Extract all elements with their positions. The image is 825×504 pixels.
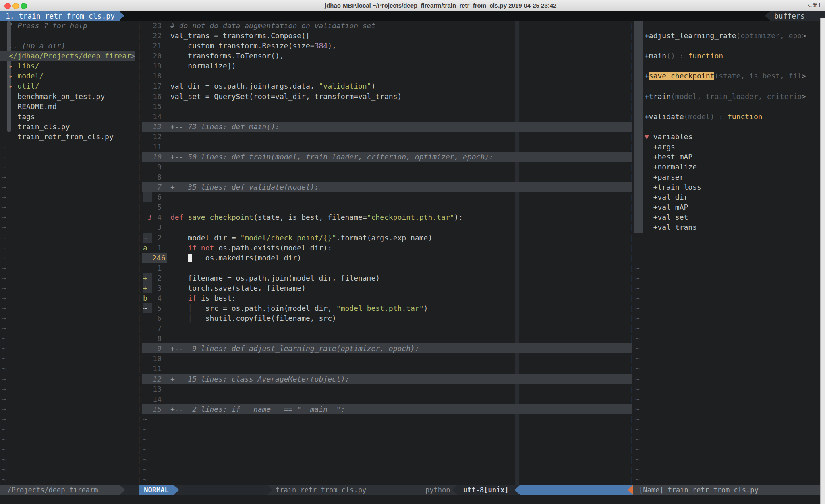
tree-item[interactable]: ~ bbox=[0, 293, 135, 303]
code-line[interactable]: 17val_dir = os.path.join(args.data, "val… bbox=[142, 81, 632, 91]
tag-entry[interactable]: +val_set bbox=[634, 212, 820, 222]
code-line[interactable]: 246 os.makedirs(model_dir) bbox=[142, 253, 632, 263]
tag-entry[interactable]: +normalize bbox=[634, 162, 820, 172]
tree-item[interactable] bbox=[0, 31, 135, 41]
code-line[interactable]: 13+-- 73 lines: def main(): bbox=[142, 122, 632, 132]
code-line[interactable]: ~ bbox=[142, 414, 632, 424]
tag-entry[interactable]: ~ bbox=[634, 253, 820, 263]
tree-item[interactable]: .. (up a dir) bbox=[0, 41, 135, 51]
tag-entry[interactable]: +val_trans bbox=[634, 222, 820, 232]
tree-item[interactable]: ~ bbox=[0, 243, 135, 253]
tree-item[interactable]: ~ bbox=[0, 424, 135, 434]
tag-entry[interactable]: +main() : function bbox=[634, 51, 820, 61]
code-line[interactable]: ~2 model_dir = "model/check_point/{}".fo… bbox=[142, 233, 632, 243]
code-line[interactable]: ~5 │ src = os.path.join(model_dir, "mode… bbox=[142, 303, 632, 313]
tree-item[interactable]: ~ bbox=[0, 475, 135, 485]
tag-entry[interactable]: +adjust_learning_rate(optimizer, epo> bbox=[634, 31, 820, 41]
code-line[interactable]: +3 torch.save(state, filename) bbox=[142, 283, 632, 293]
tag-entry[interactable]: +best_mAP bbox=[634, 152, 820, 162]
code-line[interactable]: 6 │ shutil.copyfile(filename, src) bbox=[142, 313, 632, 323]
code-line[interactable]: 5 bbox=[142, 202, 632, 212]
tag-entry[interactable]: ~ bbox=[634, 313, 820, 323]
code-line[interactable]: 13 bbox=[142, 384, 632, 394]
tree-item[interactable]: ~ bbox=[0, 253, 135, 263]
code-line[interactable]: 12+-- 15 lines: class AverageMeter(objec… bbox=[142, 374, 632, 384]
tag-entry[interactable]: +validate(model) : function bbox=[634, 112, 820, 122]
tag-entry[interactable]: ~ bbox=[634, 323, 820, 333]
tag-entry[interactable]: ~ bbox=[634, 303, 820, 313]
tag-entry[interactable] bbox=[634, 61, 820, 71]
code-line[interactable]: 8 bbox=[142, 172, 632, 182]
code-line[interactable]: 11 bbox=[142, 142, 632, 152]
tree-item[interactable]: ~ bbox=[0, 313, 135, 323]
tag-entry[interactable]: ~ bbox=[634, 353, 820, 364]
tree-item[interactable]: ~ bbox=[0, 303, 135, 313]
tree-item[interactable]: ~ bbox=[0, 182, 135, 192]
tree-item[interactable]: ~ bbox=[0, 192, 135, 202]
tag-entry[interactable]: ~ bbox=[634, 233, 820, 243]
tree-item[interactable]: ~ bbox=[0, 273, 135, 283]
code-line[interactable]: 14 bbox=[142, 394, 632, 404]
buffers-label[interactable]: buffers bbox=[774, 11, 805, 21]
tree-item[interactable]: ~ bbox=[0, 394, 135, 404]
tree-item[interactable]: ~ bbox=[0, 202, 135, 212]
tag-entry[interactable]: +save_checkpoint(state, is_best, fil> bbox=[634, 71, 820, 81]
code-line[interactable]: 19 normalize]) bbox=[142, 61, 632, 71]
tree-item[interactable]: ~ bbox=[0, 414, 135, 424]
minimize-button[interactable] bbox=[12, 3, 19, 9]
tag-entry[interactable]: ~ bbox=[634, 374, 820, 384]
tree-item[interactable]: ▸ util/ bbox=[0, 81, 135, 91]
tag-entry[interactable]: ~ bbox=[634, 434, 820, 444]
tree-item[interactable]: ~ bbox=[0, 384, 135, 394]
tree-item[interactable]: ~ bbox=[0, 283, 135, 293]
tag-entry[interactable]: +train_loss bbox=[634, 182, 820, 192]
tree-item[interactable]: benchmark_on_test.py bbox=[0, 91, 135, 101]
tag-entry[interactable]: ~ bbox=[634, 273, 820, 283]
window-separator-left[interactable]: ||||||||||||||||||||||||||||||||||||||||… bbox=[137, 21, 141, 485]
tree-item[interactable]: ~ bbox=[0, 323, 135, 333]
tree-item[interactable]: ~ bbox=[0, 434, 135, 444]
tag-entry[interactable]: ~ bbox=[634, 414, 820, 424]
tag-entry[interactable]: ~ bbox=[634, 243, 820, 253]
tag-entry[interactable]: ~ bbox=[634, 384, 820, 394]
code-line[interactable]: b4 if is_best: bbox=[142, 293, 632, 303]
tag-entry[interactable]: +val_mAP bbox=[634, 202, 820, 212]
tag-entry[interactable] bbox=[634, 81, 820, 91]
tree-item[interactable]: README.md bbox=[0, 101, 135, 112]
tag-entry[interactable]: ~ bbox=[634, 465, 820, 475]
code-line[interactable]: 14 bbox=[142, 112, 632, 122]
code-line[interactable]: +2 filename = os.path.join(model_dir, fi… bbox=[142, 273, 632, 283]
tag-entry[interactable]: ~ bbox=[634, 394, 820, 404]
window-separator-right[interactable]: ||||||||||||||||||||||||||||||||||||||||… bbox=[630, 21, 634, 485]
tree-item[interactable]: ~ bbox=[0, 404, 135, 414]
code-line[interactable]: 15 bbox=[142, 101, 632, 112]
tag-entry[interactable]: ~ bbox=[634, 364, 820, 374]
code-line[interactable]: 8 bbox=[142, 333, 632, 343]
tag-entry[interactable]: +train(model, train_loader, criterio> bbox=[634, 91, 820, 101]
tree-item[interactable]: ~ bbox=[0, 152, 135, 162]
tree-item[interactable]: ~ bbox=[0, 222, 135, 232]
code-line[interactable]: ~ bbox=[142, 465, 632, 475]
tag-entry[interactable]: ~ bbox=[634, 424, 820, 434]
tag-entry[interactable]: +parser bbox=[634, 172, 820, 182]
tab-train-retr-from-cls[interactable]: 1. train_retr_from_cls.py bbox=[0, 11, 120, 21]
code-line[interactable]: ~ bbox=[142, 424, 632, 434]
tag-entry[interactable]: ~ bbox=[634, 263, 820, 273]
code-line[interactable]: 7 bbox=[142, 323, 632, 333]
tree-item[interactable]: ~ bbox=[0, 162, 135, 172]
code-line[interactable]: 3 bbox=[142, 222, 632, 232]
tree-item[interactable]: ~ bbox=[0, 353, 135, 364]
code-line[interactable]: a1 if not os.path.exists(model_dir): bbox=[142, 243, 632, 253]
code-line[interactable]: 7+-- 35 lines: def validate(model): bbox=[142, 182, 632, 192]
tree-item[interactable]: ~ bbox=[0, 263, 135, 273]
tag-entry[interactable]: ~ bbox=[634, 343, 820, 353]
tag-entry[interactable]: ~ bbox=[634, 283, 820, 293]
tag-entry[interactable]: ~ bbox=[634, 293, 820, 303]
tree-item[interactable]: ~ bbox=[0, 142, 135, 152]
code-line[interactable]: ~ bbox=[142, 454, 632, 465]
code-line[interactable]: 1 bbox=[142, 263, 632, 273]
code-line[interactable]: 10+-- 50 lines: def train(model, train_l… bbox=[142, 152, 632, 162]
tree-item[interactable]: ~ bbox=[0, 233, 135, 243]
tree-item[interactable]: ▸ model/ bbox=[0, 71, 135, 81]
code-line[interactable]: 15+-- 2 lines: if __name__ == "__main__"… bbox=[142, 404, 632, 414]
